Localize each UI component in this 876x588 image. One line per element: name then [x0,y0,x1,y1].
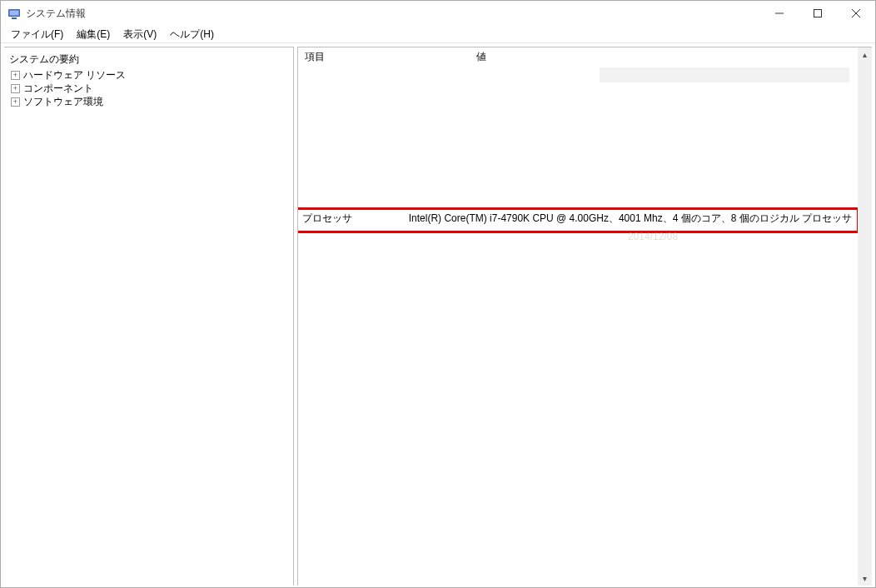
scroll-up-icon[interactable]: ▴ [858,47,872,62]
svg-rect-1 [10,11,19,16]
row-name: プロセッサ [302,212,409,226]
tree-item-label: コンポーネント [23,82,93,96]
app-icon [7,7,21,20]
body-split: システムの要約 + ハードウェア リソース + コンポーネント + ソフトウェア… [1,43,875,587]
menubar: ファイル(F) 編集(E) 表示(V) ヘルプ(H) [1,26,875,43]
tree-children: + ハードウェア リソース + コンポーネント + ソフトウェア環境 [6,68,291,108]
expand-icon[interactable]: + [11,97,20,107]
redacted-block [600,67,849,82]
menu-edit[interactable]: 編集(E) [70,26,117,43]
detail-pane[interactable]: 項目 値 プロセッサ Intel(R) Core(TM) i7-4790K CP… [298,47,858,586]
svg-rect-4 [814,10,822,17]
row-value: Intel(R) Core(TM) i7-4790K CPU @ 4.00GHz… [409,212,852,226]
menu-file[interactable]: ファイル(F) [4,26,70,43]
minimize-button[interactable] [760,1,799,26]
close-button[interactable] [837,1,875,26]
tree-root[interactable]: システムの要約 [6,51,291,68]
maximize-button[interactable] [799,1,837,26]
scroll-track[interactable] [858,62,872,571]
detail-wrap: 項目 値 プロセッサ Intel(R) Core(TM) i7-4790K CP… [297,47,872,586]
column-value[interactable]: 値 [470,48,858,66]
tree-item-software[interactable]: + ソフトウェア環境 [9,95,291,108]
menu-view[interactable]: 表示(V) [117,26,163,43]
scroll-down-icon[interactable]: ▾ [858,571,872,586]
expand-icon[interactable]: + [11,71,20,80]
column-headers: 項目 値 [298,47,858,66]
tree-item-label: ソフトウェア環境 [23,95,103,109]
tree-item-hardware[interactable]: + ハードウェア リソース [9,68,291,82]
processor-row[interactable]: プロセッサ Intel(R) Core(TM) i7-4790K CPU @ 4… [302,212,852,226]
svg-rect-2 [12,17,17,19]
ghost-date: 2014/12/08 [628,231,678,242]
expand-icon[interactable]: + [11,84,20,93]
tree-item-label: ハードウェア リソース [23,68,126,82]
tree-pane[interactable]: システムの要約 + ハードウェア リソース + コンポーネント + ソフトウェア… [4,47,294,586]
vertical-scrollbar[interactable]: ▴ ▾ [858,47,872,586]
window-title: システム情報 [26,7,86,21]
processor-row-highlight: プロセッサ Intel(R) Core(TM) i7-4790K CPU @ 4… [298,207,858,233]
menu-help[interactable]: ヘルプ(H) [163,26,221,43]
tree-item-components[interactable]: + コンポーネント [9,82,291,95]
column-item[interactable]: 項目 [298,48,470,66]
titlebar[interactable]: システム情報 [1,1,875,26]
window-buttons [760,1,875,26]
tree: システムの要約 + ハードウェア リソース + コンポーネント + ソフトウェア… [4,47,293,112]
system-info-window: システム情報 ファイル(F) 編集(E) 表示(V) ヘルプ(H) システムの [0,0,876,588]
